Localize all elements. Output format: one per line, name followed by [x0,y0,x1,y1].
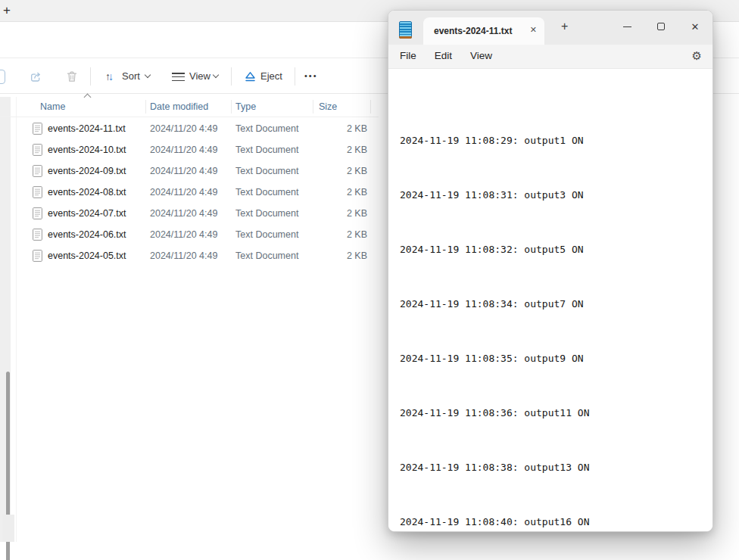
menu-item[interactable]: View [470,50,492,61]
column-header-type[interactable]: Type [235,101,256,112]
eject-button[interactable] [244,70,257,83]
column-separator[interactable] [370,100,371,114]
file-name: events-2024-11.txt [48,123,126,134]
file-name: events-2024-10.txt [48,145,126,155]
text-document-icon [33,229,42,241]
column-header-name[interactable]: Name [40,101,65,112]
menu-list: File Edit View [400,50,492,61]
toolbar-separator [90,67,91,86]
share-icon [30,70,42,83]
eject-button-label[interactable]: Eject [260,70,282,82]
file-name: events-2024-06.txt [48,229,126,240]
column-separator[interactable] [313,100,313,114]
file-name: events-2024-08.txt [48,187,126,198]
column-separator[interactable] [145,100,146,114]
text-document-icon [33,144,42,156]
view-icon [172,73,185,83]
sort-button-label[interactable]: Sort [122,70,140,82]
minimize-button[interactable] [616,15,638,38]
file-size: 2 KB [307,250,367,261]
file-name: events-2024-07.txt [48,208,126,219]
notepad-menubar: File Edit View ⚙ [388,45,712,69]
file-size: 2 KB [307,229,367,240]
file-type: Text Document [235,145,298,155]
text-document-icon [33,165,42,177]
file-date: 2024/11/20 4:49 [150,229,217,240]
minimize-icon [623,26,631,27]
text-document-icon [33,250,42,262]
file-type: Text Document [235,208,298,219]
file-date: 2024/11/20 4:49 [150,250,217,261]
text-document-icon [33,186,42,198]
log-line: 2024-11-19 11:08:34: output7 ON [400,297,712,311]
notepad-window: events-2024-11.txt ✕ + ✕ File Edit [388,10,713,532]
explorer-new-tab-button[interactable]: + [3,3,11,18]
file-date: 2024/11/20 4:49 [150,166,217,176]
notepad-new-tab-button[interactable]: + [561,20,568,33]
file-row[interactable]: events-2024-10.txt 2024/11/20 4:49 Text … [0,139,379,160]
file-size: 2 KB [307,123,367,134]
file-type: Text Document [235,229,298,240]
trash-icon [66,70,78,83]
more-options-button[interactable]: ••• [304,71,318,80]
settings-button[interactable]: ⚙ [692,49,702,63]
notepad-tab[interactable]: events-2024-11.txt ✕ [423,17,544,45]
log-line: 2024-11-19 11:08:40: output16 ON [400,515,712,529]
notepad-titlebar[interactable]: events-2024-11.txt ✕ + ✕ [388,11,712,45]
file-row[interactable]: events-2024-08.txt 2024/11/20 4:49 Text … [0,182,379,203]
toolbar-separator [295,67,295,86]
tab-close-button[interactable]: ✕ [530,25,537,35]
file-list: events-2024-11.txt 2024/11/20 4:49 Text … [0,118,379,266]
file-name: events-2024-09.txt [48,166,126,176]
log-line: 2024-11-19 11:08:29: output1 ON [400,134,712,148]
file-type: Text Document [235,187,298,198]
file-size: 2 KB [307,187,367,198]
log-line: 2024-11-19 11:08:36: output11 ON [400,406,712,420]
file-type: Text Document [235,123,298,134]
chevron-down-icon [145,72,151,78]
menu-item[interactable]: Edit [435,50,452,61]
chevron-down-icon [213,72,219,78]
view-button-label[interactable]: View [189,70,210,82]
file-date: 2024/11/20 4:49 [150,208,217,219]
log-line: 2024-11-19 11:08:35: output9 ON [400,352,712,366]
file-date: 2024/11/20 4:49 [150,145,217,155]
nav-pane-fragment [2,515,14,542]
close-button[interactable]: ✕ [684,15,706,38]
file-type: Text Document [235,166,298,176]
file-row[interactable]: events-2024-05.txt 2024/11/20 4:49 Text … [0,245,379,266]
file-size: 2 KB [307,166,367,176]
log-line: 2024-11-19 11:08:38: output13 ON [400,461,712,474]
sort-ascending-icon [84,94,92,101]
maximize-icon [657,23,665,30]
share-button[interactable] [30,70,42,83]
column-header-size[interactable]: Size [319,101,337,112]
file-date: 2024/11/20 4:49 [150,187,217,198]
eject-icon [244,70,257,83]
menu-item[interactable]: File [400,50,416,61]
text-document-icon [33,123,42,135]
file-size: 2 KB [307,145,367,155]
text-document-icon [33,207,42,219]
log-line: 2024-11-19 11:08:32: output5 ON [400,243,712,257]
file-size: 2 KB [307,208,367,219]
file-type: Text Document [235,250,298,261]
sort-button[interactable]: ↑↓ [105,70,114,83]
file-name: events-2024-05.txt [48,250,126,261]
file-row[interactable]: events-2024-06.txt 2024/11/20 4:49 Text … [0,224,379,245]
clipped-toolbar-icon [0,70,5,84]
column-header-date[interactable]: Date modified [150,101,208,112]
notepad-app-icon [399,21,412,39]
toolbar-separator [231,67,232,86]
list-header-row: Name Date modified Type Size [0,97,379,117]
file-row[interactable]: events-2024-09.txt 2024/11/20 4:49 Text … [0,160,379,182]
file-date: 2024/11/20 4:49 [150,123,217,134]
file-row[interactable]: events-2024-07.txt 2024/11/20 4:49 Text … [0,203,379,224]
notepad-text-area[interactable]: 2024-11-19 11:08:29: output1 ON 2024-11-… [388,70,712,531]
file-row[interactable]: events-2024-11.txt 2024/11/20 4:49 Text … [0,118,379,139]
close-icon: ✕ [691,21,700,33]
maximize-button[interactable] [650,15,672,38]
log-line: 2024-11-19 11:08:31: output3 ON [400,188,712,202]
delete-button[interactable] [66,70,78,83]
column-separator[interactable] [231,100,232,114]
